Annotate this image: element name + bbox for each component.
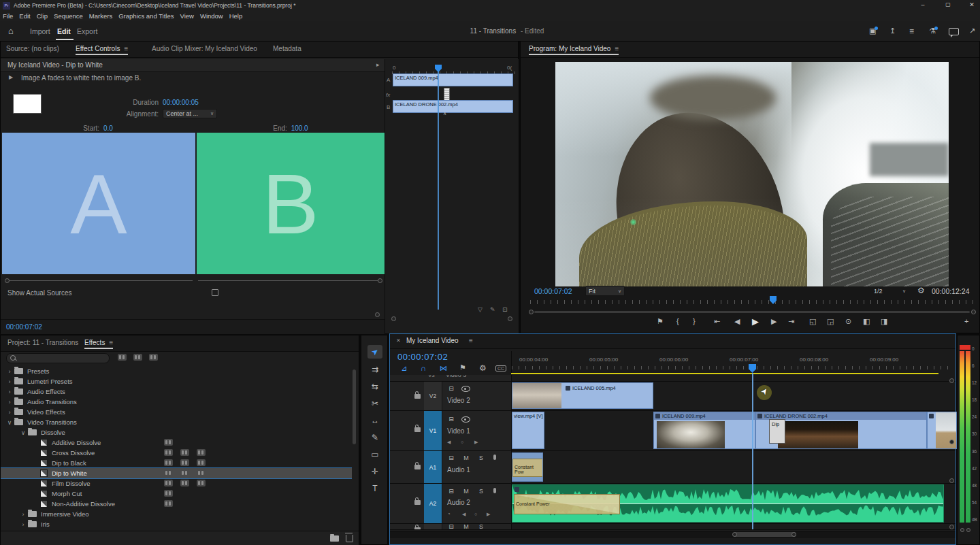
tree-item-audio-transitions[interactable]: ›Audio Transitions xyxy=(1,397,352,407)
tab-source[interactable]: Source: (no clips) xyxy=(6,45,59,52)
chevron-down-icon[interactable]: ∨ xyxy=(18,429,28,436)
mini-settings-icon[interactable]: ⊡ xyxy=(502,306,508,313)
rectangle-tool[interactable]: ▭ xyxy=(368,448,382,461)
feedback-icon[interactable] xyxy=(949,28,959,35)
menu-help[interactable]: Help xyxy=(229,12,243,20)
track-v1-prev-keyframe-icon[interactable]: ◀ xyxy=(447,440,451,445)
beta-flask-icon[interactable]: ⚗ xyxy=(929,27,936,35)
chevron-right-icon[interactable]: › xyxy=(5,399,14,406)
tab-project[interactable]: Project: 11 - Transitions xyxy=(7,339,78,346)
workspaces-icon[interactable]: ▣ xyxy=(869,27,876,35)
track-a2-voiceover-mic-icon[interactable] xyxy=(493,488,496,493)
track-a1-mute-button[interactable]: M xyxy=(461,454,472,462)
timeline-add-marker-icon[interactable]: ⚑ xyxy=(459,364,466,371)
program-panel-menu-icon[interactable]: ≡ xyxy=(615,45,619,52)
panel-menu-icon[interactable]: ≡ xyxy=(124,45,128,52)
track-a1-solo-button[interactable]: S xyxy=(476,454,487,462)
program-scrollbar[interactable] xyxy=(534,311,970,313)
mini-playhead-line[interactable] xyxy=(438,71,439,310)
export-frame-icon[interactable]: ⊙ xyxy=(845,318,851,325)
ripple-edit-tool[interactable]: ⇆ xyxy=(368,380,382,393)
clip-fx-badge-icon[interactable] xyxy=(566,386,570,391)
mini-caret-up-icon[interactable]: ∧ xyxy=(443,111,446,116)
tab-import[interactable]: Import xyxy=(30,27,50,35)
clip-fx-badge-icon[interactable] xyxy=(929,414,934,418)
track-a2-next-keyframe-icon[interactable]: ▶ xyxy=(487,512,490,517)
clip-a2-music[interactable]: Constant Power xyxy=(512,484,944,523)
track-a1-lock-icon[interactable] xyxy=(414,465,421,469)
end-value[interactable]: 100.0 xyxy=(291,125,308,132)
tab-effect-controls[interactable]: Effect Controls≡ xyxy=(76,45,128,52)
home-icon[interactable]: ⌂ xyxy=(8,26,14,36)
program-timecode[interactable]: 00:00:07:02 xyxy=(534,287,572,295)
tree-item-dip-to-white[interactable]: Dip to White xyxy=(1,468,352,478)
track-v1-source-patch-icon[interactable]: ⊟ xyxy=(446,415,457,423)
hand-tool[interactable]: ✛ xyxy=(368,465,382,478)
track-a2-prev-keyframe-icon[interactable]: ◀ xyxy=(462,512,466,517)
step-forward-icon[interactable]: ▶ xyxy=(771,318,777,325)
track-a2-solo-button[interactable]: S xyxy=(476,487,487,495)
overwrite-icon[interactable]: ◨ xyxy=(881,318,887,325)
track-a2-mute-button[interactable]: M xyxy=(461,487,472,495)
timeline-vscroll-handle[interactable] xyxy=(949,478,954,483)
track-select-forward-tool[interactable]: ⇉ xyxy=(368,363,382,376)
extract-icon[interactable]: ◲ xyxy=(827,318,834,325)
clip-fx-badge-icon[interactable] xyxy=(757,414,762,418)
a2-constant-power-transition[interactable]: Constant Power xyxy=(514,494,620,514)
tree-item-dip-to-black[interactable]: Dip to Black xyxy=(1,458,352,468)
end-slider-handle[interactable] xyxy=(378,278,382,283)
effects-tree-scrollbar[interactable] xyxy=(353,369,356,444)
pen-tool[interactable]: ✎ xyxy=(368,431,382,444)
timeline-close-icon[interactable]: ✕ xyxy=(396,337,401,344)
tree-item-additive-dissolve[interactable]: Additive Dissolve xyxy=(1,437,352,448)
close-button[interactable]: ✕ xyxy=(965,1,979,8)
clip-fx-badge-icon[interactable] xyxy=(514,487,519,492)
timeline-timecode[interactable]: 00:00:07:02 xyxy=(397,352,448,362)
tab-timeline-sequence[interactable]: My Iceland Video xyxy=(406,337,459,344)
tab-audio-mixer[interactable]: Audio Clip Mixer: My Iceland Video xyxy=(152,45,257,52)
tree-item-video-transitions[interactable]: ∨Video Transitions xyxy=(1,417,352,427)
go-to-in-icon[interactable]: ⇤ xyxy=(714,318,720,325)
menu-graphics[interactable]: Graphics and Titles xyxy=(118,12,174,20)
tree-item-audio-effects[interactable]: ›Audio Effects xyxy=(1,386,352,397)
start-value[interactable]: 0.0 xyxy=(103,125,113,132)
ecp-timecode[interactable]: 00:00:07:02 xyxy=(6,323,42,331)
mini-hscroll-right[interactable] xyxy=(508,316,512,321)
tree-item-lumetri-presets[interactable]: ›Lumetri Presets xyxy=(1,376,352,386)
new-custom-bin-icon[interactable] xyxy=(330,535,339,542)
menu-edit[interactable]: Edit xyxy=(19,12,30,20)
filter-accelerated-icon[interactable] xyxy=(118,354,127,361)
menu-view[interactable]: View xyxy=(180,12,194,20)
mark-out-icon[interactable]: } xyxy=(693,318,696,325)
insert-icon[interactable]: ◧ xyxy=(863,318,870,325)
timeline-ruler[interactable]: 00:00:04:00 00:00:05:00 00:00:06:00 00:0… xyxy=(511,351,956,373)
search-input[interactable] xyxy=(19,354,107,363)
clip-view-mp4[interactable]: view.mp4 [V] xyxy=(512,412,544,449)
fullscreen-icon[interactable]: ↗ xyxy=(969,27,975,35)
effects-search-box[interactable] xyxy=(6,353,110,363)
timeline-vscroll-handle[interactable] xyxy=(949,378,954,383)
mini-hscroll-left[interactable] xyxy=(391,316,396,321)
mini-filter-icon[interactable]: ▽ xyxy=(478,306,483,313)
alignment-dropdown[interactable]: Center at ... ∨ xyxy=(163,109,217,118)
effects-panel-menu-icon[interactable]: ≡ xyxy=(109,339,113,346)
menu-clip[interactable]: Clip xyxy=(37,12,48,20)
tab-metadata[interactable]: Metadata xyxy=(273,45,301,52)
track-v1-toggle-visibility-icon[interactable] xyxy=(461,415,470,423)
timeline-view-toggle-icon[interactable]: ▸ xyxy=(376,61,380,68)
tree-item-partial[interactable]: › xyxy=(1,529,352,530)
tab-effects[interactable]: Effects≡ xyxy=(84,339,113,346)
track-a3-solo-button[interactable]: S xyxy=(476,524,487,530)
work-area-bar[interactable] xyxy=(511,373,938,374)
mini-pen-icon[interactable]: ✎ xyxy=(490,306,495,313)
filter-32bit-icon[interactable] xyxy=(133,354,142,361)
tab-program[interactable]: Program: My Iceland Video≡ xyxy=(529,45,619,52)
end-slider[interactable] xyxy=(198,280,380,281)
track-v2-toggle-visibility-icon[interactable] xyxy=(461,384,470,393)
menu-file[interactable]: File xyxy=(3,12,13,20)
timeline-hscrollbar-thumb[interactable] xyxy=(734,532,796,537)
track-a1-source-patch-icon[interactable]: ⊟ xyxy=(446,454,457,462)
track-a2-target[interactable]: A2 xyxy=(424,484,442,523)
track-v2-target[interactable]: V2 xyxy=(424,382,442,410)
program-scrubber-ruler[interactable] xyxy=(530,300,974,304)
